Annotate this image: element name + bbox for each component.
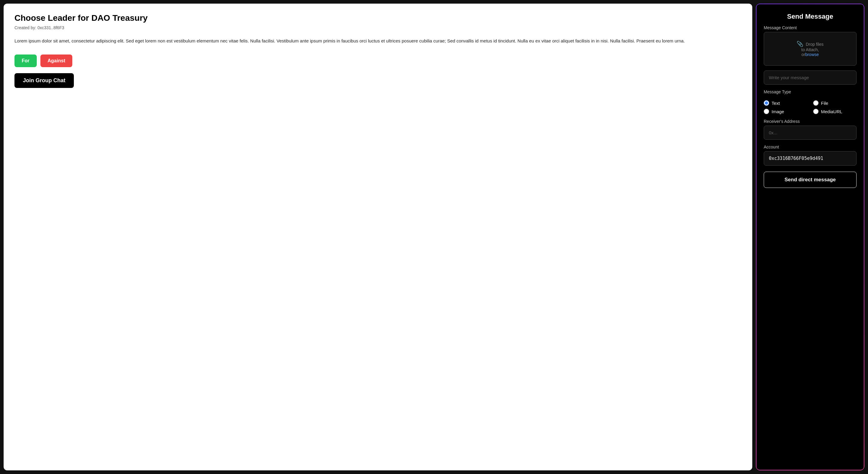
- message-input[interactable]: [764, 70, 857, 84]
- vote-buttons: For Against: [14, 55, 741, 67]
- radio-mediaurl[interactable]: [813, 109, 818, 114]
- radio-mediaurl-label: MediaURL: [821, 109, 842, 114]
- radio-image[interactable]: [764, 109, 769, 114]
- attach-icon: 📎: [797, 41, 803, 47]
- message-type-section: Message Type Text File Image MediaURL: [764, 90, 857, 114]
- account-value: 0xc3316B766F05e9d491: [764, 151, 857, 166]
- radio-file-label: File: [821, 101, 828, 106]
- message-content-label: Message Content: [764, 25, 857, 30]
- send-direct-message-button[interactable]: Send direct message: [764, 172, 857, 188]
- proposal-title: Choose Leader for DAO Treasury: [14, 13, 741, 23]
- right-panel: Send Message Message Content 📎 Drop file…: [756, 4, 864, 470]
- send-message-title: Send Message: [764, 13, 857, 21]
- message-type-label: Message Type: [764, 90, 857, 94]
- receivers-address-input[interactable]: [764, 126, 857, 140]
- receivers-address-label: Receiver's Address: [764, 119, 857, 124]
- radio-option-text[interactable]: Text: [764, 100, 807, 106]
- radio-option-mediaurl[interactable]: MediaURL: [813, 109, 857, 114]
- against-button[interactable]: Against: [40, 55, 73, 67]
- message-content-section: Message Content 📎 Drop files to Attach, …: [764, 25, 857, 66]
- radio-image-label: Image: [772, 109, 784, 114]
- browse-link[interactable]: browse: [805, 52, 819, 57]
- message-type-grid: Text File Image MediaURL: [764, 100, 857, 114]
- account-label: Account: [764, 144, 857, 149]
- radio-text[interactable]: [764, 100, 769, 106]
- proposal-body: Lorem ipsum dolor sit amet, consectetur …: [14, 37, 741, 45]
- radio-file[interactable]: [813, 100, 818, 106]
- left-panel: Choose Leader for DAO Treasury Created b…: [4, 4, 752, 470]
- account-section: Account 0xc3316B766F05e9d491: [764, 144, 857, 166]
- radio-text-label: Text: [772, 101, 780, 106]
- drop-files-text: Drop files to Attach, orbrowse: [801, 42, 824, 57]
- proposal-creator: Created by: 0xc331..8f6F3: [14, 25, 741, 30]
- radio-option-file[interactable]: File: [813, 100, 857, 106]
- radio-option-image[interactable]: Image: [764, 109, 807, 114]
- receivers-address-section: Receiver's Address: [764, 119, 857, 140]
- file-drop-zone[interactable]: 📎 Drop files to Attach, orbrowse: [764, 32, 857, 66]
- join-group-chat-button[interactable]: Join Group Chat: [14, 73, 74, 88]
- for-button[interactable]: For: [14, 55, 37, 67]
